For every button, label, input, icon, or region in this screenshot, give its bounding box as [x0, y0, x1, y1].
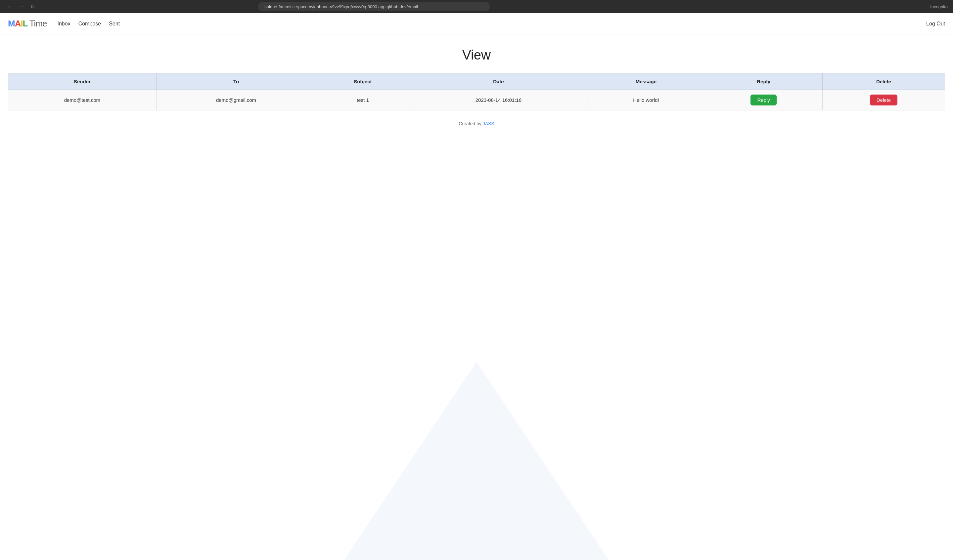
nav-sent[interactable]: Sent: [109, 21, 120, 26]
table-header-row: Sender To Subject Date Message Reply Del…: [8, 73, 945, 90]
reply-button[interactable]: Reply: [750, 94, 776, 105]
col-delete: Delete: [822, 73, 945, 90]
logo-l: L: [23, 19, 28, 28]
table-header: Sender To Subject Date Message Reply Del…: [8, 73, 945, 90]
nav-inbox[interactable]: Inbox: [57, 21, 70, 26]
nav-links: Inbox Compose Sent: [57, 21, 120, 27]
main-content: View Sender To Subject Date Message Repl…: [0, 34, 953, 139]
back-button[interactable]: ←: [5, 2, 13, 11]
incognito-label: Incognito: [930, 4, 948, 9]
nav-compose[interactable]: Compose: [78, 21, 101, 26]
logo: MAIL Time: [8, 19, 47, 29]
cell-sender: demo@test.com: [8, 90, 157, 110]
table-row: demo@test.com demo@gmail.com test 1 2023…: [8, 90, 945, 110]
logo-m: M: [8, 19, 15, 28]
address-bar[interactable]: jsalque-fantastic-space-xylophone-v9vv99…: [258, 2, 490, 11]
forward-button[interactable]: →: [17, 2, 25, 11]
bg-decoration: [344, 362, 609, 560]
col-reply: Reply: [705, 73, 822, 90]
logout-button[interactable]: Log Out: [926, 21, 945, 27]
navbar: MAIL Time Inbox Compose Sent Log Out: [0, 13, 953, 34]
cell-message: Hello world!: [587, 90, 705, 110]
page-title: View: [8, 48, 945, 62]
browser-right-controls: Incognito: [930, 4, 948, 9]
cell-subject: test 1: [316, 90, 410, 110]
delete-button[interactable]: Delete: [870, 94, 897, 105]
col-date: Date: [410, 73, 587, 90]
url-text: jsalque-fantastic-space-xylophone-v9vv99…: [263, 4, 418, 9]
col-sender: Sender: [8, 73, 157, 90]
col-message: Message: [587, 73, 705, 90]
logo-time: Time: [29, 19, 47, 28]
footer-link[interactable]: JASS: [483, 121, 494, 126]
navbar-left: MAIL Time Inbox Compose Sent: [8, 19, 120, 29]
col-to: To: [156, 73, 316, 90]
footer: Created by JASS: [8, 121, 945, 126]
cell-delete-action: Delete: [822, 90, 945, 110]
browser-chrome: ← → ↻ jsalque-fantastic-space-xylophone-…: [0, 0, 953, 13]
table-body: demo@test.com demo@gmail.com test 1 2023…: [8, 90, 945, 110]
footer-text: Created by: [459, 121, 483, 126]
logo-a: A: [15, 19, 21, 28]
cell-to: demo@gmail.com: [156, 90, 316, 110]
email-table: Sender To Subject Date Message Reply Del…: [8, 73, 945, 110]
reload-button[interactable]: ↻: [29, 2, 36, 11]
cell-reply-action: Reply: [705, 90, 822, 110]
cell-date: 2023-08-14 16:01:16: [410, 90, 587, 110]
col-subject: Subject: [316, 73, 410, 90]
